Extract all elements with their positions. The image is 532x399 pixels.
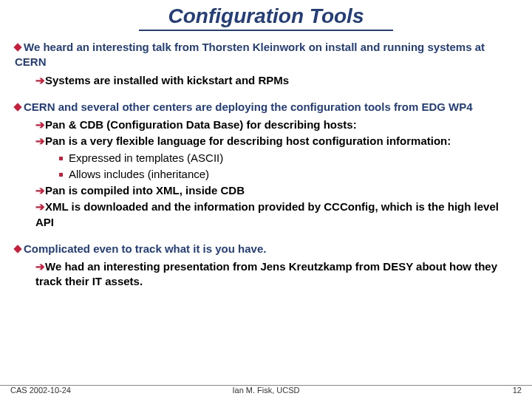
subbullet-2-2-text: Pan is a very flexible language for desc… [45,134,451,147]
subbullet-2-3: ➔Pan is compiled into XML, inside CDB [15,183,517,198]
diamond-icon [13,43,21,51]
square-icon [59,173,63,177]
arrow-icon: ➔ [35,184,45,197]
subbullet-2-4-text: XML is downloaded and the information pr… [35,200,499,228]
subsub-2-2b-text: Allows includes (inheritance) [69,168,209,180]
diamond-icon [13,245,21,253]
page-title: Configuration Tools [139,4,394,31]
bullet-2-text: CERN and several other centers are deplo… [24,100,473,113]
subbullet-2-4: ➔XML is downloaded and the information p… [15,200,517,230]
title-bar: Configuration Tools [0,0,532,33]
block-1: We heard an interesting talk from Thorst… [15,40,517,88]
subbullet-3-1: ➔We had an interesting presentation from… [15,259,517,290]
subsub-2-2a-text: Expressed in templates (ASCII) [69,151,223,164]
subbullet-3-1-text: We had an interesting presentation from … [35,260,497,287]
subsub-2-2a: Expressed in templates (ASCII) [15,151,517,166]
subbullet-2-2: ➔Pan is a very flexible language for des… [15,134,517,149]
subsub-2-2b: Allows includes (inheritance) [15,167,517,182]
diamond-icon [13,103,21,111]
footer: CAS 2002-10-24 Ian M. Fisk, UCSD 12 [0,385,532,395]
arrow-icon: ➔ [35,200,45,213]
arrow-icon: ➔ [35,74,45,86]
block-3: Complicated even to track what it is you… [15,242,517,290]
bullet-1: We heard an interesting talk from Thorst… [15,40,517,70]
subbullet-2-3-text: Pan is compiled into XML, inside CDB [45,184,245,197]
subbullet-1-1-text: Systems are installed with kickstart and… [45,74,289,86]
arrow-icon: ➔ [35,134,45,147]
arrow-icon: ➔ [35,118,45,131]
bullet-2: CERN and several other centers are deplo… [15,100,517,115]
subbullet-2-1: ➔Pan & CDB (Configuration Data Base) for… [15,117,517,132]
bullet-1-text: We heard an interesting talk from Thorst… [15,41,485,68]
arrow-icon: ➔ [35,260,45,273]
square-icon [59,157,63,160]
block-2: CERN and several other centers are deplo… [15,100,517,230]
bullet-3: Complicated even to track what it is you… [15,242,517,256]
subbullet-1-1: ➔Systems are installed with kickstart an… [15,73,517,88]
slide-body: We heard an interesting talk from Thorst… [0,33,532,290]
footer-center: Ian M. Fisk, UCSD [0,386,532,395]
bullet-3-text: Complicated even to track what it is you… [24,242,266,255]
subbullet-2-1-text: Pan & CDB (Configuration Data Base) for … [45,118,357,131]
